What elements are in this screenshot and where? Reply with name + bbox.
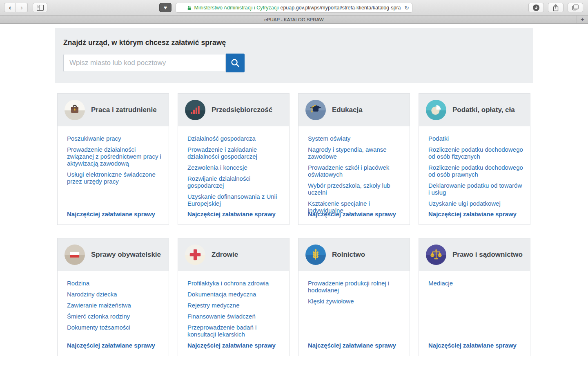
category-header: Zdrowie: [178, 238, 289, 271]
category-link[interactable]: Rodzina: [67, 280, 162, 287]
category-link[interactable]: Usługi elektroniczne świadczone przez ur…: [67, 171, 162, 185]
url-text: epuap.gov.pl/wps/myportal/strefa-klienta…: [280, 5, 401, 11]
red-cross-icon: [185, 245, 205, 265]
search-button[interactable]: [226, 54, 245, 72]
category-link[interactable]: Deklarowanie podatku od towarów i usług: [428, 182, 523, 196]
category-card: Przedsiębiorczość Działalność gospodarcz…: [178, 93, 290, 225]
category-links: Prowadzenie produkcji rolnej i hodowlane…: [298, 271, 410, 305]
most-common-cases-link[interactable]: Najczęściej załatwiane sprawy: [428, 211, 517, 218]
category-link[interactable]: System oświaty: [308, 135, 403, 142]
sidebar-toggle-button[interactable]: [33, 3, 47, 12]
category-grid: Praca i zatrudnienie Poszukiwanie pracyP…: [57, 93, 531, 356]
category-link[interactable]: Podatki: [428, 135, 523, 142]
category-link[interactable]: Działalność gospodarcza: [187, 135, 283, 142]
category-link[interactable]: Dokumenty tożsamości: [67, 324, 162, 331]
category-card: Sprawy obywatelskie RodzinaNarodziny dzi…: [57, 238, 169, 356]
new-tab-button[interactable]: +: [577, 16, 588, 23]
most-common-cases-link[interactable]: Najczęściej załatwiane sprawy: [67, 342, 155, 349]
category-link[interactable]: Przeprowadzenie badań i konsultacji leka…: [187, 324, 283, 338]
category-title: Zdrowie: [212, 251, 238, 259]
tab-overview-button[interactable]: [568, 3, 583, 12]
category-link[interactable]: Finansowanie świadczeń: [187, 313, 283, 320]
category-card: Praca i zatrudnienie Poszukiwanie pracyP…: [57, 93, 169, 225]
category-card: Prawo i sądownictwo Mediacje Najczęściej…: [419, 238, 530, 356]
category-links: System oświatyNagrody i stypendia, awans…: [298, 126, 410, 214]
office-search-banner: Znajdź urząd, w którym chcesz załatwić s…: [55, 28, 533, 83]
category-link[interactable]: Wybór przedszkola, szkoły lub uczelni: [308, 182, 403, 196]
tab-bar: ePUAP - KATALOG SPRAW +: [0, 16, 588, 24]
category-links: Profilaktyka i ochrona zdrowiaDokumentac…: [178, 271, 289, 338]
category-link[interactable]: Rozliczenie podatku dochodowego od osób …: [428, 146, 523, 160]
certificate-owner: Ministerstwo Administracji i Cyfryzacji: [194, 5, 278, 11]
most-common-cases-link[interactable]: Najczęściej załatwiane sprawy: [187, 342, 276, 349]
category-header: Prawo i sądownictwo: [419, 238, 530, 271]
category-links: Poszukiwanie pracyProwadzenie działalnoś…: [58, 126, 169, 185]
tabs-icon: [572, 4, 579, 11]
category-header: Rolnictwo: [298, 238, 410, 271]
pie-chart-icon: [426, 100, 446, 120]
category-links: PodatkiRozliczenie podatku dochodowego o…: [419, 126, 530, 207]
category-link[interactable]: Rejestry medyczne: [187, 302, 283, 309]
share-icon: [552, 4, 559, 11]
most-common-cases-link[interactable]: Najczęściej załatwiane sprawy: [67, 211, 155, 218]
search-heading: Znajdź urząd, w którym chcesz załatwić s…: [63, 38, 533, 47]
category-link[interactable]: Klęski żywiołowe: [308, 298, 403, 305]
sidebar-icon: [37, 5, 44, 11]
category-header: Praca i zatrudnienie: [58, 94, 169, 126]
category-link[interactable]: Zezwolenia i koncesje: [187, 164, 283, 171]
heart-extension-button[interactable]: ♥: [159, 3, 172, 12]
category-link[interactable]: Zawieranie małżeństwa: [67, 302, 162, 309]
category-title: Prawo i sądownictwo: [452, 251, 523, 259]
category-link[interactable]: Poszukiwanie pracy: [67, 135, 162, 142]
category-link[interactable]: Prowadzenie produkcji rolnej i hodowlane…: [308, 280, 403, 294]
category-link[interactable]: Dokumentacja medyczna: [187, 291, 283, 298]
category-link[interactable]: Rozwijanie działalności gospodarczej: [187, 175, 283, 189]
browser-toolbar: ‹ › ♥ Ministerstwo Administracji i Cyfry…: [0, 0, 588, 16]
most-common-cases-link[interactable]: Najczęściej załatwiane sprawy: [308, 342, 396, 349]
downloads-button[interactable]: [528, 3, 544, 12]
back-button[interactable]: ‹: [4, 3, 16, 12]
forward-button[interactable]: ›: [16, 3, 28, 12]
category-links: RodzinaNarodziny dzieckaZawieranie małże…: [58, 271, 169, 331]
reload-icon[interactable]: ↻: [404, 4, 409, 11]
share-button[interactable]: [548, 3, 564, 12]
category-link[interactable]: Profilaktyka i ochrona zdrowia: [187, 280, 283, 287]
category-link[interactable]: Śmierć członka rodziny: [67, 313, 162, 320]
category-card: Rolnictwo Prowadzenie produkcji rolnej i…: [298, 238, 410, 356]
category-card: Podatki, opłaty, cła PodatkiRozliczenie …: [419, 93, 530, 225]
category-link[interactable]: Mediacje: [428, 280, 523, 287]
most-common-cases-link[interactable]: Najczęściej załatwiane sprawy: [428, 342, 517, 349]
category-link[interactable]: Uzyskanie ulgi podatkowej: [428, 200, 523, 207]
tab-title[interactable]: ePUAP - KATALOG SPRAW: [264, 17, 323, 22]
graduation-cap-icon: [305, 100, 326, 120]
category-links: Mediacje: [419, 271, 530, 287]
category-link[interactable]: Nagrody i stypendia, awanse zawodowe: [308, 146, 403, 160]
category-links: Działalność gospodarczaProwadzenie i zak…: [178, 126, 289, 207]
category-title: Przedsiębiorczość: [212, 106, 272, 114]
category-title: Podatki, opłaty, cła: [452, 106, 515, 114]
download-icon: [532, 4, 540, 11]
address-bar[interactable]: Ministerstwo Administracji i Cyfryzacji …: [176, 3, 412, 13]
category-link[interactable]: Prowadzenie szkół i placówek oświatowych: [308, 164, 403, 178]
category-title: Sprawy obywatelskie: [91, 251, 161, 259]
search-input[interactable]: [63, 54, 226, 72]
category-title: Rolnictwo: [332, 251, 365, 259]
bar-chart-icon: [185, 100, 205, 120]
search-icon: [230, 58, 241, 68]
category-link[interactable]: Uzyskanie dofinansowania z Unii Europejs…: [187, 193, 283, 207]
category-header: Edukacja: [298, 94, 410, 126]
poland-flag-icon: [65, 245, 85, 265]
most-common-cases-link[interactable]: Najczęściej załatwiane sprawy: [187, 211, 276, 218]
category-link[interactable]: Narodziny dziecka: [67, 291, 162, 298]
category-header: Podatki, opłaty, cła: [419, 94, 530, 126]
category-title: Praca i zatrudnienie: [91, 106, 157, 114]
category-link[interactable]: Prowadzenie i zakładanie działalności go…: [187, 146, 283, 160]
category-header: Sprawy obywatelskie: [58, 238, 169, 271]
category-card: Zdrowie Profilaktyka i ochrona zdrowiaDo…: [178, 238, 290, 356]
category-card: Edukacja System oświatyNagrody i stypend…: [298, 93, 410, 225]
category-title: Edukacja: [332, 106, 363, 114]
wheat-icon: [305, 245, 326, 265]
category-link[interactable]: Prowadzenie działalności związanej z poś…: [67, 146, 162, 167]
category-link[interactable]: Rozliczenie podatku dochodowego od osób …: [428, 164, 523, 178]
most-common-cases-link[interactable]: Najczęściej załatwiane sprawy: [308, 211, 396, 218]
